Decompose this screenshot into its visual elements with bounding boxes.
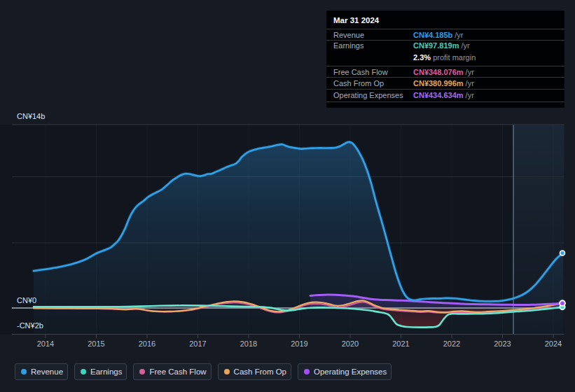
- svg-text:2024: 2024: [545, 340, 562, 348]
- svg-text:2015: 2015: [88, 340, 104, 348]
- svg-text:CN¥14b: CN¥14b: [17, 112, 45, 120]
- svg-text:2016: 2016: [139, 340, 155, 348]
- svg-text:2018: 2018: [240, 340, 257, 348]
- svg-text:CN¥0: CN¥0: [17, 296, 36, 304]
- svg-text:2021: 2021: [392, 340, 409, 348]
- svg-text:2017: 2017: [189, 340, 206, 348]
- svg-text:2020: 2020: [342, 340, 359, 348]
- svg-text:2022: 2022: [443, 340, 460, 348]
- svg-text:2023: 2023: [494, 340, 511, 348]
- svg-text:2014: 2014: [37, 340, 54, 348]
- svg-text:-CN¥2b: -CN¥2b: [17, 321, 43, 330]
- svg-text:2019: 2019: [291, 340, 307, 348]
